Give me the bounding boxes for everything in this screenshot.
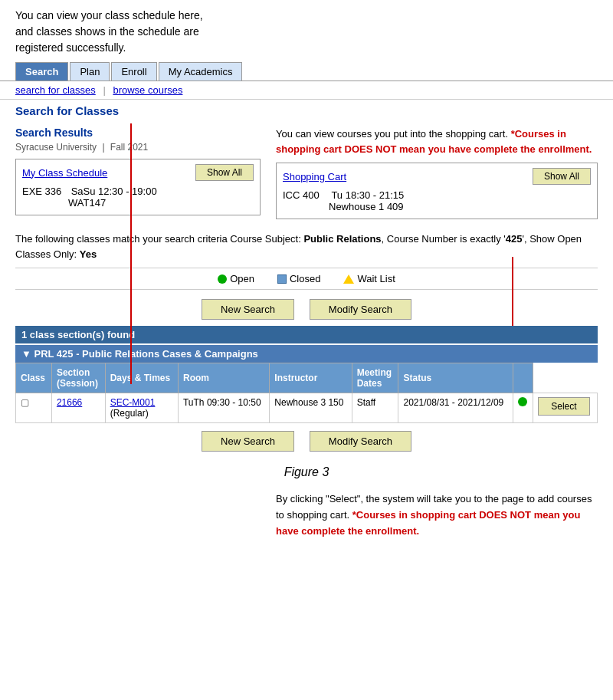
- shopping-cart-link[interactable]: Shopping Cart: [283, 171, 346, 182]
- cell-room: Newhouse 3 150: [270, 393, 352, 423]
- closed-icon: [277, 274, 287, 284]
- top-annotation: You can view your class schedule here, a…: [0, 0, 613, 62]
- cell-instructor: Staff: [352, 393, 398, 423]
- legend-open: Open: [218, 273, 254, 284]
- nav-tabs: Search Plan Enroll My Academics: [0, 62, 613, 81]
- table-row: ▢ 21666 SEC-M001 (Regular) TuTh 09:30 - …: [16, 393, 598, 423]
- cell-meeting-dates: 2021/08/31 - 2021/12/09: [398, 393, 513, 423]
- tab-my-academics[interactable]: My Academics: [159, 62, 243, 81]
- top-button-row: New Search Modify Search: [0, 294, 613, 326]
- search-for-classes-link[interactable]: search for classes: [15, 84, 96, 96]
- my-class-schedule-link[interactable]: My Class Schedule: [22, 167, 107, 179]
- tab-plan[interactable]: Plan: [70, 62, 110, 81]
- legend-closed: Closed: [277, 273, 320, 284]
- left-panel: Search Results Syracuse University | Fal…: [15, 120, 261, 225]
- nav-separator: |: [103, 84, 105, 96]
- right-panel: You can view courses you put into the sh…: [276, 120, 598, 225]
- col-instructor: Instructor: [270, 363, 352, 393]
- university-info: Syracuse University | Fall 2021: [15, 142, 261, 153]
- cell-select: Select: [533, 393, 598, 423]
- shopping-cart-box: Shopping Cart Show All ICC 400 Tu 18:30 …: [276, 163, 598, 219]
- shopping-cart-annotation: You can view courses you put into the sh…: [276, 127, 598, 156]
- cell-days-times: TuTh 09:30 - 10:50: [178, 393, 269, 423]
- table-header-row: Class Section(Session) Days & Times Room…: [16, 363, 598, 393]
- show-all-schedule-button[interactable]: Show All: [195, 164, 254, 181]
- search-results-header: Search Results: [15, 127, 261, 139]
- col-days-times: Days & Times: [105, 363, 178, 393]
- new-search-button-top[interactable]: New Search: [202, 299, 294, 320]
- cart-item: ICC 400 Tu 18:30 - 21:15 Newhouse 1 409: [283, 188, 591, 214]
- col-action: [513, 363, 533, 393]
- shopping-cart-header: Shopping Cart Show All: [283, 168, 591, 185]
- modify-search-button-bottom[interactable]: Modify Search: [310, 431, 411, 452]
- cell-class-num: 21666: [51, 393, 105, 423]
- cell-class-icon: ▢: [16, 393, 52, 423]
- class-number-link[interactable]: 21666: [57, 397, 82, 408]
- section-link[interactable]: SEC-M001: [110, 397, 156, 408]
- annotation-line-right: [512, 257, 513, 326]
- main-content: Search Results Syracuse University | Fal…: [0, 120, 613, 225]
- col-room: Room: [178, 363, 269, 393]
- figure-caption: Figure 3: [0, 465, 613, 479]
- search-criteria-text: The following classes match your search …: [0, 225, 613, 268]
- open-icon: [218, 274, 227, 284]
- schedule-box-header: My Class Schedule Show All: [22, 164, 254, 181]
- schedule-item: EXE 336 SaSu 12:30 - 19:00 WAT147: [22, 184, 254, 210]
- cell-section: SEC-M001 (Regular): [105, 393, 178, 423]
- col-meeting-dates: MeetingDates: [352, 363, 398, 393]
- cell-status: [513, 393, 533, 423]
- col-class: Class: [16, 363, 52, 393]
- col-status: Status: [398, 363, 513, 393]
- legend-waitlist: Wait List: [343, 273, 395, 284]
- course-header-bar: PRL 425 - Public Relations Cases & Campa…: [15, 345, 598, 363]
- show-all-cart-button[interactable]: Show All: [533, 168, 591, 185]
- legend-bar: Open Closed Wait List: [15, 268, 598, 290]
- results-count-bar: 1 class section(s) found: [15, 326, 598, 343]
- browse-courses-link[interactable]: browse courses: [113, 84, 182, 96]
- modify-search-button-top[interactable]: Modify Search: [310, 299, 411, 320]
- tab-enroll[interactable]: Enroll: [111, 62, 156, 81]
- new-search-button-bottom[interactable]: New Search: [202, 431, 294, 452]
- results-container: 1 class section(s) found PRL 425 - Publi…: [15, 326, 598, 423]
- my-class-schedule-box: My Class Schedule Show All EXE 336 SaSu …: [15, 159, 261, 215]
- select-button[interactable]: Select: [538, 397, 589, 416]
- status-open-icon: [518, 397, 527, 406]
- results-table: Class Section(Session) Days & Times Room…: [15, 363, 598, 423]
- bottom-annotation: By clicking "Select", the system will ta…: [0, 484, 613, 554]
- tab-search[interactable]: Search: [15, 62, 68, 81]
- col-section: Section(Session): [51, 363, 105, 393]
- waitlist-icon: [343, 274, 354, 284]
- sub-nav: search for classes | browse courses: [0, 81, 613, 100]
- bottom-button-row: New Search Modify Search: [0, 423, 613, 458]
- page-title: Search for Classes: [0, 100, 613, 120]
- annotation-line-left: [130, 123, 132, 384]
